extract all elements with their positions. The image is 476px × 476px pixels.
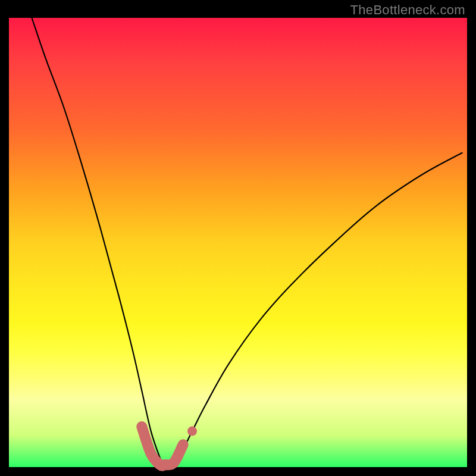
bottleneck-chart: TheBottleneck.com: [0, 0, 476, 476]
curve-svg: [9, 18, 467, 467]
main-curve: [32, 18, 463, 467]
accent-dot: [187, 427, 197, 436]
plot-area: [9, 18, 467, 467]
accent-segment: [142, 427, 183, 466]
watermark-text: TheBottleneck.com: [350, 2, 465, 18]
